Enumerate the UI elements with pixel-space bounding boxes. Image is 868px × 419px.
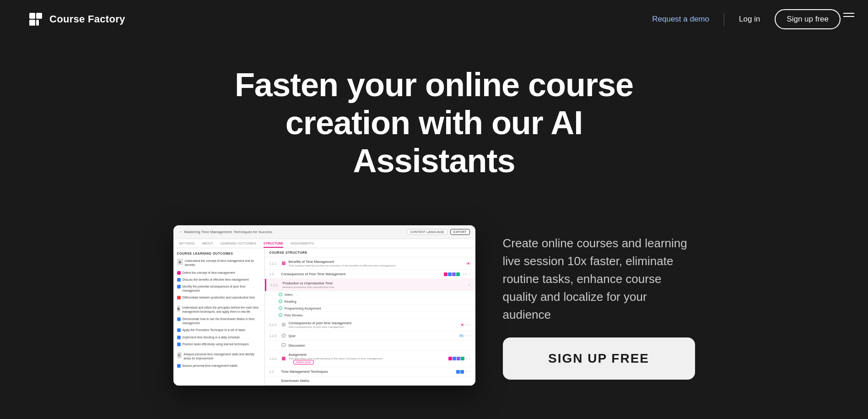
outcome-letter-b: B: [177, 305, 181, 312]
outcome-item: Identify the potential consequences of p…: [177, 284, 261, 294]
outcome-item: Assess personal time management habits: [177, 364, 261, 369]
outcome-item: Implement time blocking in a daily sched…: [177, 335, 261, 341]
svg-rect-2: [29, 20, 35, 26]
svg-rect-0: [29, 13, 35, 19]
nav-divider: [724, 13, 724, 26]
outcome-item: Practice tasks effectively using learned…: [177, 342, 261, 348]
outcome-group-c: C Analyze personal time management skill…: [177, 352, 261, 369]
content-area: ← Mastering Time Management: Techniques …: [91, 225, 777, 386]
svg-rect-8: [282, 343, 286, 346]
right-panel: COURSE STRUCTURE 1.1.1 Benefits of Time …: [265, 248, 475, 386]
mockup-topbar: ← Mastering Time Management: Techniques …: [173, 225, 475, 239]
outcome-group-b: B Understand and utilize the principles …: [177, 305, 261, 348]
structure-row-assignment: 1.2.4 Assignment This quiz tests your un…: [265, 350, 475, 367]
svg-rect-3: [36, 20, 39, 26]
svg-rect-1: [36, 13, 42, 19]
tab-settings[interactable]: SETTINGS: [179, 242, 195, 248]
outcome-item: Define the concept of time management: [177, 271, 261, 276]
mockup-back[interactable]: ← Mastering Time Management: Techniques …: [179, 230, 272, 234]
hero-title: Fasten your online course creation with …: [228, 66, 640, 180]
signup-button[interactable]: Sign up free: [775, 9, 841, 29]
structure-row: 1.1.1 Benefits of Time Management This r…: [265, 257, 475, 270]
content-language-btn[interactable]: CONTENT LANGUAGE: [407, 229, 447, 235]
structure-row: 1.2 Time Management Techniques + ···: [265, 367, 475, 376]
structure-header: COURSE STRUCTURE: [265, 248, 475, 257]
outcome-letter-c: C: [177, 352, 182, 359]
hero-section: Fasten your online course creation with …: [0, 38, 868, 225]
svg-text:?: ?: [283, 334, 285, 337]
svg-rect-10: [282, 357, 286, 360]
outcome-group-a: A Understand the concept of time managem…: [177, 259, 261, 301]
sub-item-reading: Reading: [265, 298, 475, 305]
logo-icon: [27, 11, 44, 27]
sub-item-video: Video ✓: [265, 291, 475, 298]
left-panel-title: COURSE LEARNING OUTCOMES: [177, 252, 261, 255]
mockup-tabs: SETTINGS ABOUT LEARNING OUTCOMES STRUCTU…: [173, 239, 475, 248]
right-text: Create online courses and learning live …: [503, 225, 695, 380]
login-link[interactable]: Log in: [739, 15, 760, 24]
tab-learning-outcomes[interactable]: LEARNING OUTCOMES: [221, 242, 256, 248]
request-demo-link[interactable]: Request a demo: [652, 15, 709, 24]
structure-row-discussion: Discussion: [265, 341, 475, 350]
mockup-buttons: CONTENT LANGUAGE EXPORT: [407, 229, 469, 235]
reading-icon: [281, 261, 286, 266]
logo[interactable]: Course Factory: [27, 11, 125, 27]
sub-item-programming: Programming Assignment: [265, 305, 475, 312]
assignment-icon: [281, 356, 286, 361]
nav-links: Request a demo Log in Sign up free: [652, 9, 841, 29]
mockup-course-title: Mastering Time Management: Techniques fo…: [184, 230, 272, 234]
structure-row-expanded: 1.2.1 Productive vs Unproductive Time be…: [265, 279, 475, 291]
structure-row-quiz: 1.2.3 ? Quiz A1 ‹ ···: [265, 331, 475, 341]
quiz-icon: ?: [281, 333, 286, 338]
navbar: Course Factory Request a demo Log in Sig…: [0, 0, 868, 38]
outcome-letter-a: A: [177, 259, 183, 265]
tab-about[interactable]: ABOUT: [202, 242, 213, 248]
signup-card-label[interactable]: SIGN UP FREE: [548, 351, 649, 365]
tab-assignments[interactable]: ASSIGNMENTS: [291, 242, 314, 248]
left-panel: COURSE LEARNING OUTCOMES A Understand th…: [173, 248, 265, 386]
svg-rect-5: [282, 323, 286, 326]
outcome-item: Demonstrate how to use the Eisenhower Ma…: [177, 317, 261, 326]
discussion-icon: [281, 343, 286, 348]
app-mockup: ← Mastering Time Management: Techniques …: [173, 225, 475, 386]
section-icon: [281, 322, 286, 327]
mockup-body: COURSE LEARNING OUTCOMES A Understand th…: [173, 248, 475, 386]
structure-row: 1.2.2 Consequences of poor time manageme…: [265, 319, 475, 331]
brand-name: Course Factory: [49, 13, 125, 25]
tab-structure[interactable]: STRUCTURE: [264, 242, 283, 248]
outcome-item: Differentiate between productive and unp…: [177, 295, 261, 301]
sub-item-peer-review: Peer Review: [265, 312, 475, 319]
open-quiz-button[interactable]: OPEN QUIZ: [293, 360, 314, 365]
structure-row: 1.2 Consequences of Poor Time Management…: [265, 270, 475, 279]
svg-rect-4: [282, 261, 286, 265]
outcome-item: Discuss the benefits of effective time m…: [177, 278, 261, 283]
outcome-item: Apply the Pomodoro Technique to a set of…: [177, 328, 261, 333]
structure-row: Eisenhower Matrix: [265, 376, 475, 386]
description-text: Create online courses and learning live …: [503, 234, 695, 324]
signup-card[interactable]: SIGN UP FREE: [503, 337, 695, 380]
export-btn[interactable]: EXPORT: [450, 229, 470, 235]
